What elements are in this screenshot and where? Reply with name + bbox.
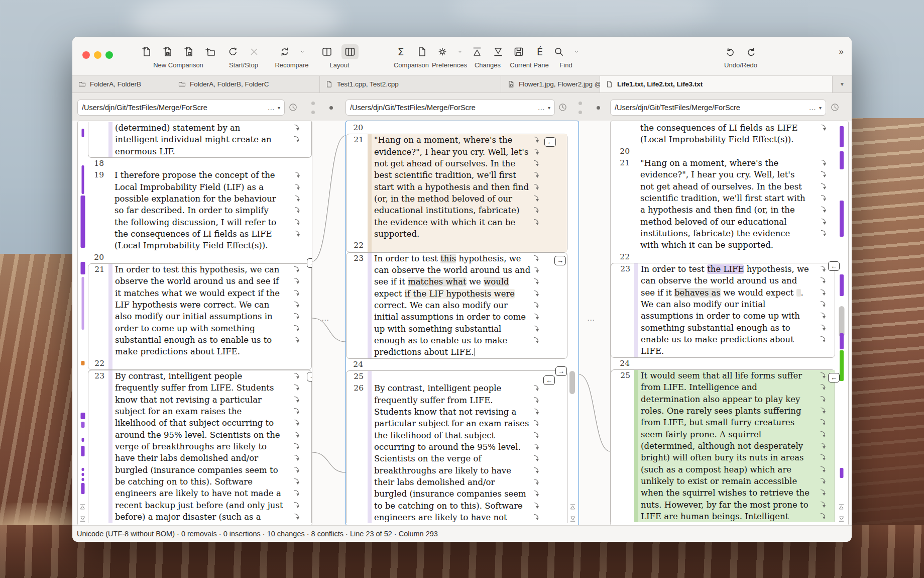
change-marker[interactable] (82, 473, 84, 476)
line-text[interactable]: frequently suffer from LIFE. Students (112, 382, 311, 394)
line-text[interactable]: In order to test the LIFE hypothesis, we (638, 263, 835, 275)
apply-change-left-button[interactable]: ← (543, 375, 555, 385)
history-icon[interactable] (557, 102, 568, 115)
change-marker[interactable] (840, 126, 844, 147)
line-text[interactable]: Scientists on the verge of (372, 453, 567, 464)
line-text[interactable]: enormous LIF. (112, 146, 311, 157)
line-text[interactable]: from LIFE, but small furry creatures (638, 417, 835, 428)
line-text[interactable]: a hypothesis and then find (or, in the (638, 204, 835, 216)
line-text[interactable]: the evidence with which it can be (372, 217, 567, 228)
previous-change-icon[interactable] (471, 45, 484, 58)
line-text[interactable]: predictions about LIFE. (372, 346, 567, 358)
line-text[interactable]: (Local Improbability Field Effect(s)). (638, 134, 835, 145)
line-text[interactable]: engineers are likely to have not (372, 512, 567, 523)
line-text[interactable]: breakthroughs are likely to have (372, 465, 567, 476)
line-text[interactable]: when the squirrel wishes to retrieve the (638, 487, 835, 499)
apply-change-left-button[interactable]: ← (828, 261, 840, 271)
zoom-button[interactable] (105, 51, 113, 59)
line-text[interactable]: scientific tradition, we'll first start … (638, 192, 835, 204)
line-text[interactable]: In order to test this hypothesis, we (372, 253, 567, 264)
line-text[interactable]: evidence?", I hear you cry. Well, let's (638, 169, 835, 180)
pane-link-dot[interactable] (311, 111, 315, 114)
line-text[interactable] (638, 146, 835, 157)
redo-icon[interactable] (745, 45, 758, 58)
apply-change-left-button[interactable]: ← (544, 137, 556, 147)
line-text[interactable]: so far described. In order to simplify (112, 205, 312, 216)
line-text[interactable]: assumptions in order to come up with (638, 310, 835, 322)
minimize-button[interactable] (94, 51, 101, 59)
change-marker[interactable] (82, 277, 84, 330)
line-text[interactable]: bright) will often bury its nuts in area… (638, 452, 835, 463)
change-marker[interactable] (840, 468, 844, 478)
line-text[interactable]: I therefore propose the concept of the (112, 169, 312, 181)
line-text[interactable]: also modify our initial assumptions in (112, 311, 311, 322)
chevron-down-icon[interactable] (457, 45, 463, 58)
line-text[interactable]: occurring to around the 95% level. (372, 441, 567, 453)
line-text[interactable]: correct. We can also modify our (372, 300, 567, 311)
line-text[interactable] (112, 158, 312, 169)
line-text[interactable]: initial assumptions in order to come (372, 311, 567, 323)
line-text[interactable]: frequently suffer from LIFE. (372, 395, 567, 406)
new-image-comparison-icon[interactable] (182, 45, 195, 58)
change-marker[interactable] (81, 483, 85, 494)
undo-icon[interactable] (724, 45, 737, 58)
path-dropdown-caret[interactable]: ▾ (278, 105, 280, 111)
line-text[interactable]: roles. One rarely sees plants suffering (638, 405, 835, 417)
insertion-marker[interactable] (840, 350, 844, 381)
line-text[interactable]: "Hang on a moment, where's the (638, 157, 835, 169)
change-marker[interactable] (839, 306, 845, 337)
line-text[interactable]: particular subject for an exam raises (372, 418, 567, 429)
line-text[interactable]: see if it behaves as we would expect . (638, 287, 835, 299)
line-text[interactable]: LIFE are human beings. Intelligent (638, 511, 835, 522)
change-marker[interactable] (840, 274, 844, 296)
line-text[interactable]: start with a hypothesis and then find (372, 181, 567, 193)
apply-change-right-button[interactable]: → (554, 256, 566, 265)
line-text[interactable]: make predictions about LIFE. (112, 346, 311, 357)
line-text[interactable]: By contrast, intelligent people (372, 382, 567, 394)
pane-link-dot-active[interactable] (597, 106, 600, 110)
line-text[interactable]: before) a major disaster (such as a (112, 511, 311, 523)
line-text[interactable]: institutions, fabricate) the evidence (638, 228, 835, 239)
conflict-marker[interactable] (81, 361, 85, 365)
line-text[interactable] (112, 252, 312, 263)
line-text[interactable] (372, 240, 567, 251)
line-text[interactable] (372, 371, 567, 382)
line-text[interactable]: intelligent individual might create an (112, 134, 311, 145)
change-marker[interactable] (82, 129, 84, 137)
start-icon[interactable] (226, 45, 240, 58)
line-text[interactable]: (such as a compost heap) which are (638, 464, 835, 475)
line-text[interactable]: (determined, although not desperately (638, 440, 835, 452)
line-text[interactable]: Students know that not revising a (372, 406, 567, 418)
previous-change-nav-icon[interactable] (838, 503, 845, 510)
line-text[interactable]: their labs demolished and/or (372, 476, 567, 488)
line-text[interactable]: the consequences of LI fields as LIFE (638, 122, 835, 134)
line-text[interactable] (371, 359, 567, 370)
line-text[interactable]: "Hang on a moment, where's the (372, 134, 567, 146)
scrollbar[interactable] (568, 121, 578, 525)
next-change-nav-icon[interactable] (838, 515, 845, 522)
next-change-nav-icon[interactable] (79, 515, 86, 522)
line-text[interactable]: In order to test this hypothesis, we can (112, 264, 311, 275)
line-text[interactable]: burgled (insurance companies seem (372, 488, 567, 500)
tab-3[interactable]: Test1.cpp, Test2.cpp (320, 76, 501, 92)
line-text[interactable]: to be catching on to this). Software (372, 500, 567, 512)
line-text[interactable]: from LIFE. Intelligence and (638, 381, 835, 393)
line-text[interactable]: We can also modify our initial (638, 299, 835, 310)
line-text[interactable]: it matches what we would expect if the (112, 287, 311, 299)
toolbar-overflow-button[interactable]: » (839, 47, 843, 57)
change-marker[interactable] (81, 262, 85, 274)
apply-change-right-button[interactable]: → (555, 366, 567, 376)
line-text[interactable]: By contrast, intelligent people (112, 370, 311, 382)
save-icon[interactable] (512, 45, 525, 58)
line-text[interactable]: nuts. However, by far the most prone to (638, 499, 835, 511)
line-text[interactable]: substantial enough as to enable us to (112, 334, 311, 346)
path-dropdown-caret[interactable]: ▾ (819, 105, 822, 111)
collapsed-changes-indicator[interactable]: ⋯ (587, 316, 596, 325)
apply-change-left-button[interactable]: ← (828, 373, 840, 382)
tab-2[interactable]: FolderA, FolderB, FolderC (172, 76, 320, 92)
line-text[interactable]: subject for an exam raises the (112, 406, 311, 417)
new-folder-comparison-icon[interactable] (203, 45, 216, 58)
line-text[interactable]: be catching on to this). Software (112, 476, 311, 488)
apply-change-right-button[interactable]: → (307, 258, 312, 268)
encoding-icon[interactable]: É (533, 45, 546, 58)
